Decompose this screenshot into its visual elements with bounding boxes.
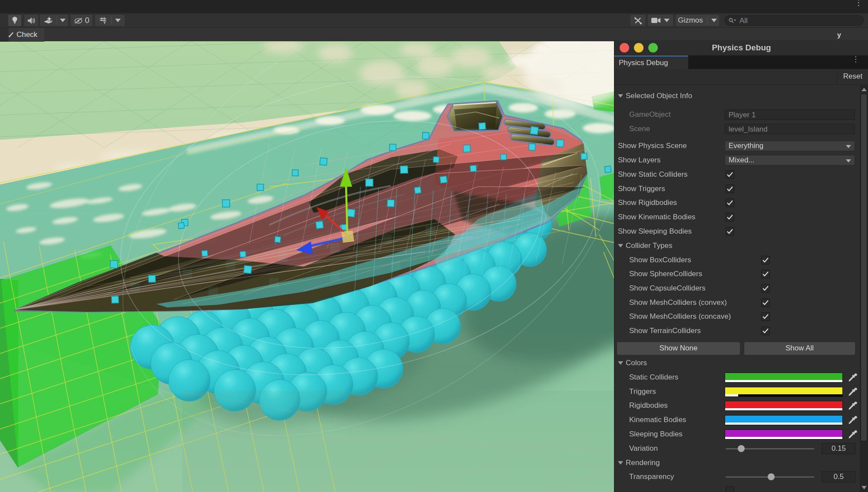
svg-text:Y: Y xyxy=(103,20,106,25)
